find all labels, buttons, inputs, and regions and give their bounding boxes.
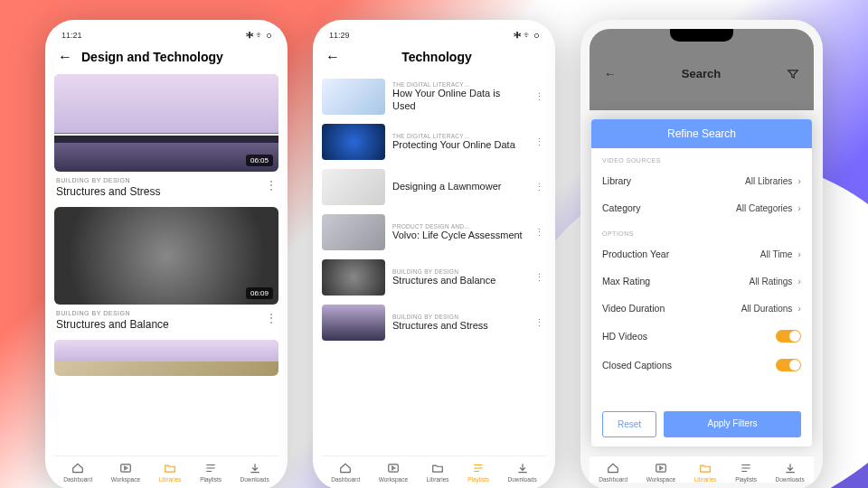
video-thumbnail[interactable]: 06:09 [54, 207, 278, 305]
chevron-right-icon: › [797, 303, 801, 314]
chevron-right-icon: › [797, 175, 801, 186]
video-thumbnail [322, 259, 385, 296]
more-menu-icon[interactable]: ⋮ [533, 91, 546, 103]
filter-icon[interactable] [787, 68, 799, 80]
more-menu-icon[interactable]: ⋮ [533, 136, 546, 148]
list-icon [739, 462, 753, 474]
option-duration[interactable]: Video DurationAll Durations› [591, 295, 812, 322]
tab-downloads[interactable]: Downloads [776, 462, 805, 483]
list-item[interactable]: PRODUCT DESIGN AND…Volvo: Life Cycle Ass… [322, 210, 546, 255]
video-card[interactable] [54, 340, 278, 376]
back-button[interactable]: ← [326, 49, 340, 65]
page-title: Design and Technology [81, 50, 275, 64]
tab-workspace[interactable]: Workspace [379, 462, 408, 483]
more-menu-icon[interactable]: ⋮ [266, 312, 277, 324]
tab-playlists[interactable]: Playlists [200, 462, 222, 483]
header: ← Design and Technology [54, 45, 278, 74]
video-title: Structures and Stress [56, 185, 277, 198]
video-title: Structures and Balance [56, 318, 277, 331]
more-menu-icon[interactable]: ⋮ [533, 227, 546, 239]
refine-panel: Refine Search VIDEO SOURCES LibraryAll L… [591, 119, 812, 446]
search-title: Search [682, 67, 721, 80]
option-category[interactable]: CategoryAll Categories› [591, 194, 812, 221]
home-icon [71, 462, 85, 474]
svg-rect-1 [389, 465, 399, 472]
toggle-cc[interactable] [776, 359, 801, 371]
option-library[interactable]: LibraryAll Libraries› [591, 167, 812, 194]
duration-badge: 06:09 [246, 287, 273, 299]
tab-bar: Dashboard Workspace Libraries Playlists … [322, 455, 546, 483]
option-hd: HD Videos [591, 322, 812, 351]
status-icons: ✱ ᯤ ▢ [246, 31, 271, 40]
status-bar: 11:21 ✱ ᯤ ▢ [54, 29, 278, 45]
tab-bar: Dashboard Workspace Libraries Playlists … [54, 455, 278, 483]
video-thumbnail[interactable]: 06:05 [54, 74, 278, 172]
duration-badge: 06:05 [246, 155, 273, 166]
notch [670, 29, 733, 42]
more-menu-icon[interactable]: ⋮ [533, 272, 546, 284]
chevron-right-icon: › [797, 276, 801, 286]
tab-dashboard[interactable]: Dashboard [63, 462, 92, 483]
phone-design-technology: 11:21 ✱ ᯤ ▢ ← Design and Technology 06:0… [45, 20, 288, 488]
tab-dashboard[interactable]: Dashboard [331, 462, 360, 483]
phone-technology: 11:29 ✱ ᯤ ▢ ← Technology THE DIGITAL LIT… [313, 20, 555, 488]
reset-button[interactable]: Reset [602, 411, 656, 437]
page-title: Technology [349, 50, 524, 64]
svg-rect-2 [656, 465, 666, 472]
chevron-right-icon: › [797, 202, 801, 213]
option-year[interactable]: Production YearAll Time› [591, 240, 812, 267]
video-category: THE DIGITAL LITERACY… [392, 133, 525, 139]
video-card[interactable]: 06:05 BUILDING BY DESIGN Structures and … [54, 74, 278, 200]
download-icon [783, 462, 797, 474]
tab-downloads[interactable]: Downloads [508, 462, 537, 483]
section-label-sources: VIDEO SOURCES [591, 148, 812, 167]
phone-refine-search: ▭ ← Search Refine Search VIDEO SOURCES L… [580, 20, 823, 488]
tab-libraries[interactable]: Libraries [694, 462, 717, 483]
tab-workspace[interactable]: Workspace [111, 462, 140, 483]
more-menu-icon[interactable]: ⋮ [533, 317, 546, 329]
folder-icon [163, 462, 177, 474]
video-category: BUILDING BY DESIGN [392, 314, 525, 320]
back-button[interactable]: ← [58, 49, 72, 65]
list-item[interactable]: Designing a Lawnmower⋮ [322, 164, 546, 210]
video-title: Protecting Your Online Data [392, 139, 525, 151]
video-card[interactable]: 06:09 BUILDING BY DESIGN Structures and … [54, 207, 278, 333]
more-menu-icon[interactable]: ⋮ [266, 179, 277, 192]
list-item[interactable]: BUILDING BY DESIGNStructures and Balance… [322, 255, 546, 300]
play-square-icon [118, 462, 133, 474]
video-category: BUILDING BY DESIGN [392, 268, 525, 275]
list-icon [471, 462, 486, 474]
video-thumbnail [322, 124, 385, 160]
folder-icon [430, 462, 445, 474]
option-rating[interactable]: Max RatingAll Ratings› [591, 267, 812, 295]
list-item[interactable]: BUILDING BY DESIGNStructures and Stress⋮ [322, 300, 546, 345]
video-title: Structures and Balance [392, 275, 525, 286]
tab-playlists[interactable]: Playlists [735, 462, 757, 483]
video-thumbnail[interactable] [54, 340, 278, 376]
download-icon [248, 462, 262, 474]
video-category: BUILDING BY DESIGN [56, 310, 277, 316]
tab-dashboard[interactable]: Dashboard [599, 462, 627, 483]
play-square-icon [386, 462, 401, 474]
back-button[interactable]: ← [604, 67, 616, 80]
status-icons: ✱ ᯤ ▢ [514, 31, 539, 40]
video-list[interactable]: THE DIGITAL LITERACY…How Your Online Dat… [322, 74, 546, 436]
tab-downloads[interactable]: Downloads [241, 462, 269, 483]
tab-libraries[interactable]: Libraries [159, 462, 182, 483]
tab-workspace[interactable]: Workspace [646, 462, 675, 483]
more-menu-icon[interactable]: ⋮ [533, 182, 546, 193]
apply-button[interactable]: Apply Filters [664, 411, 801, 437]
tab-playlists[interactable]: Playlists [467, 462, 489, 483]
status-bar: 11:29 ✱ ᯤ ▢ [322, 29, 546, 45]
video-list[interactable]: 06:05 BUILDING BY DESIGN Structures and … [54, 74, 278, 436]
svg-rect-0 [121, 465, 131, 472]
chevron-right-icon: › [797, 249, 801, 259]
header: ← Technology [322, 45, 546, 74]
tab-libraries[interactable]: Libraries [427, 462, 449, 483]
list-item[interactable]: THE DIGITAL LITERACY…Protecting Your Onl… [322, 119, 546, 164]
list-item[interactable]: THE DIGITAL LITERACY…How Your Online Dat… [322, 74, 546, 119]
video-title: Designing a Lawnmower [392, 181, 525, 192]
video-thumbnail [322, 79, 385, 115]
video-category: PRODUCT DESIGN AND… [392, 223, 525, 230]
toggle-hd[interactable] [776, 330, 801, 343]
